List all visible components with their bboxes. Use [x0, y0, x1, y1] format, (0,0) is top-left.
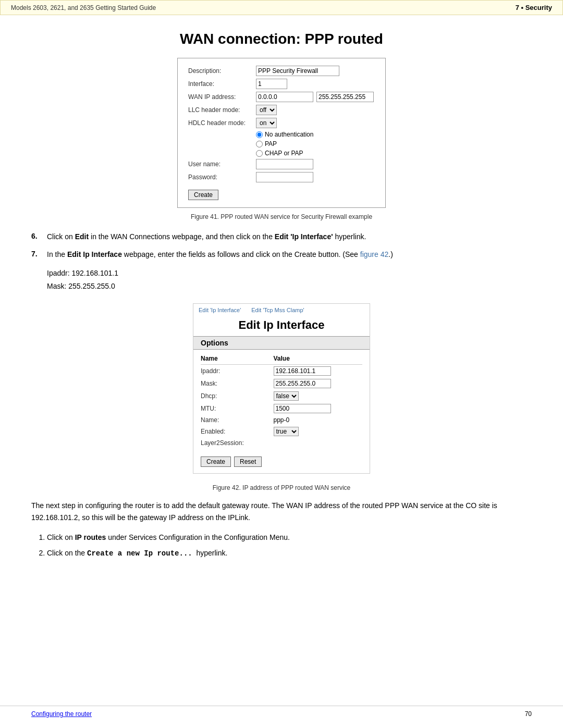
header-right-text: 7 • Security — [516, 4, 552, 11]
password-input[interactable] — [256, 172, 313, 182]
figure41-caption: Figure 41. PPP routed WAN service for Se… — [31, 213, 532, 220]
name-label: Name: — [201, 415, 274, 425]
table-row: Name: ppp-0 — [201, 415, 362, 425]
edit-ip-box: Edit 'Ip Interface' Edit 'Tcp Mss Clamp'… — [193, 303, 370, 474]
llc-label: LLC header mode: — [188, 106, 256, 114]
edit-reset-button[interactable]: Reset — [234, 456, 262, 467]
table-row: Enabled: true false — [201, 425, 362, 438]
radio-pap-input[interactable] — [256, 141, 263, 147]
create-route-code: Create a new Ip route... — [87, 549, 192, 558]
step7-text: In the Edit Ip Interface webpage, enter … — [47, 249, 393, 260]
mask-text: Mask: 255.255.255.0 — [47, 280, 532, 293]
enabled-label: Enabled: — [201, 425, 274, 438]
figure42-link[interactable]: figure 42 — [360, 250, 388, 258]
mask-value-cell — [274, 377, 363, 390]
hdlc-label: HDLC header mode: — [188, 119, 256, 127]
wan-title: WAN connection: PPP routed — [31, 31, 532, 47]
mtu-value-input[interactable] — [274, 404, 331, 413]
footer: Configuring the router 70 — [0, 706, 563, 718]
body-paragraph: The next step in configuring the router … — [31, 500, 532, 523]
hdlc-row: HDLC header mode: on off — [188, 118, 375, 128]
llc-select[interactable]: off on — [256, 105, 277, 115]
dhcp-select[interactable]: false true — [274, 391, 299, 401]
wan-ip-mask-input[interactable] — [316, 92, 374, 102]
wan-form-box: Description: Interface: WAN IP address: … — [177, 58, 386, 208]
interface-input[interactable] — [256, 79, 287, 89]
ipaddr-value-cell — [274, 365, 363, 378]
table-row: Layer2Session: — [201, 438, 362, 448]
indent-info: Ipaddr: 192.168.101.1 Mask: 255.255.255.… — [47, 267, 532, 293]
step6: 6. Click on Edit in the WAN Connections … — [31, 231, 532, 242]
radio-pap-label: PAP — [265, 140, 277, 147]
hdlc-select[interactable]: on off — [256, 118, 277, 128]
step7-num: 7. — [31, 249, 47, 260]
table-row: Mask: — [201, 377, 362, 390]
password-label: Password: — [188, 174, 256, 181]
step7-bold: Edit Ip Interface — [67, 250, 122, 258]
radio-no-auth: No authentication — [256, 131, 313, 138]
figure42-caption: Figure 42. IP address of PPP routed WAN … — [31, 484, 532, 491]
ipaddr-label: Ipaddr: — [201, 365, 274, 378]
name-value-cell: ppp-0 — [274, 415, 363, 425]
main-content: WAN connection: PPP routed Description: … — [0, 15, 563, 596]
col-value-header: Value — [274, 354, 363, 365]
wan-ip-row: WAN IP address: — [188, 92, 375, 102]
create-button[interactable]: Create — [188, 190, 218, 200]
layer2session-value-cell — [274, 438, 363, 448]
enabled-value-cell: true false — [274, 425, 363, 438]
enabled-select[interactable]: true false — [274, 427, 299, 436]
edit-create-button[interactable]: Create — [201, 456, 231, 467]
step6-num: 6. — [31, 231, 47, 242]
wan-section: WAN connection: PPP routed Description: … — [31, 31, 532, 220]
auth-chap-row: CHAP or PAP — [188, 150, 375, 157]
wan-ip-input[interactable] — [256, 92, 313, 102]
numbered-steps-list: Click on IP routes under Services Config… — [47, 532, 532, 560]
table-row: Dhcp: false true — [201, 390, 362, 402]
options-header: Options — [193, 336, 370, 350]
radio-chap-input[interactable] — [256, 150, 263, 157]
radio-chap: CHAP or PAP — [256, 150, 303, 157]
header-bar: Models 2603, 2621, and 2635 Getting Star… — [0, 0, 563, 15]
tab-edit-tcp-mss[interactable]: Edit 'Tcp Mss Clamp' — [251, 307, 304, 313]
mask-label: Mask: — [201, 377, 274, 390]
step6-edit-ip-bold: Edit 'Ip Interface' — [275, 232, 333, 241]
description-label: Description: — [188, 67, 256, 75]
create-btn-row: Create — [188, 187, 375, 200]
table-row: MTU: — [201, 402, 362, 415]
mtu-value-cell — [274, 402, 363, 415]
ip-inputs — [256, 92, 374, 102]
ip-routes-bold: IP routes — [75, 533, 106, 541]
table-row: Ipaddr: — [201, 365, 362, 378]
layer2session-label: Layer2Session: — [201, 438, 274, 448]
description-row: Description: — [188, 66, 375, 76]
dhcp-label: Dhcp: — [201, 390, 274, 402]
edit-ip-section: Edit 'Ip Interface' Edit 'Tcp Mss Clamp'… — [31, 303, 532, 474]
auth-pap-row: PAP — [188, 140, 375, 147]
header-left-text: Models 2603, 2621, and 2635 Getting Star… — [11, 4, 156, 11]
edit-ip-title: Edit Ip Interface — [193, 313, 370, 336]
interface-row: Interface: — [188, 79, 375, 89]
username-row: User name: — [188, 159, 375, 169]
name-value-text: ppp-0 — [274, 416, 290, 424]
mask-value-input[interactable] — [274, 379, 331, 388]
step6-edit-bold: Edit — [75, 232, 89, 241]
edit-buttons-row: Create Reset — [193, 452, 370, 473]
footer-left-link[interactable]: Configuring the router — [31, 710, 92, 718]
radio-no-auth-input[interactable] — [256, 131, 263, 138]
ipaddr-value-input[interactable] — [274, 366, 331, 376]
list-item: Click on the Create a new Ip route... hy… — [47, 547, 532, 559]
auth-no-row: No authentication — [188, 131, 375, 138]
username-label: User name: — [188, 161, 256, 168]
ipaddr-text: Ipaddr: 192.168.101.1 — [47, 267, 532, 280]
list-item: Click on IP routes under Services Config… — [47, 532, 532, 543]
mtu-label: MTU: — [201, 402, 274, 415]
radio-no-auth-label: No authentication — [265, 131, 313, 138]
description-input[interactable] — [256, 66, 339, 76]
edit-tabs: Edit 'Ip Interface' Edit 'Tcp Mss Clamp' — [193, 304, 370, 313]
options-table: Name Value Ipaddr: Mask: — [193, 350, 370, 452]
interface-label: Interface: — [188, 80, 256, 88]
radio-chap-label: CHAP or PAP — [265, 150, 303, 157]
username-input[interactable] — [256, 159, 313, 169]
tab-edit-ip-interface[interactable]: Edit 'Ip Interface' — [199, 307, 241, 313]
radio-pap: PAP — [256, 140, 277, 147]
